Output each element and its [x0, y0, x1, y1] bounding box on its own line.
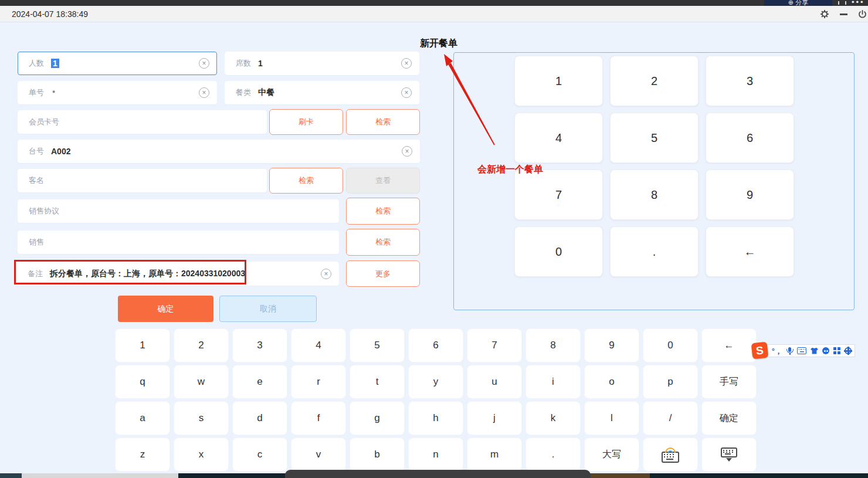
- key-u[interactable]: u: [467, 365, 522, 399]
- floating-keyboard-icon-key[interactable]: [643, 438, 698, 472]
- key-l[interactable]: l: [584, 401, 639, 435]
- taihao-field[interactable]: 台号 A002: [18, 140, 420, 163]
- key-y[interactable]: y: [408, 365, 463, 399]
- key-s[interactable]: s: [174, 401, 229, 435]
- keming-field[interactable]: 客名: [18, 169, 267, 192]
- huiyuan-field[interactable]: 会员卡号: [18, 110, 267, 134]
- key-j[interactable]: j: [467, 401, 522, 435]
- key-1[interactable]: 1: [115, 328, 170, 362]
- key-t[interactable]: t: [350, 365, 405, 399]
- key-←[interactable]: ←: [701, 328, 757, 362]
- key-o[interactable]: o: [584, 365, 639, 399]
- share-button[interactable]: ⊕ 分享: [764, 0, 832, 6]
- renshu-field[interactable]: 人数 1: [18, 52, 217, 75]
- virtual-keyboard-icon[interactable]: [797, 347, 806, 354]
- sales-search-button[interactable]: 检索: [346, 229, 420, 256]
- numpad-key-2[interactable]: 2: [610, 56, 699, 106]
- power-icon[interactable]: [858, 9, 867, 19]
- numpad-key-0[interactable]: 0: [514, 226, 603, 277]
- key-4[interactable]: 4: [291, 328, 346, 362]
- key-f[interactable]: f: [291, 401, 346, 435]
- canlei-field[interactable]: 餐类 中餐: [225, 81, 419, 104]
- minimize-icon[interactable]: [840, 13, 847, 15]
- numpad-key-9[interactable]: 9: [706, 169, 794, 220]
- toolbox-icon[interactable]: [822, 347, 829, 354]
- share-button-label: ⊕ 分享: [788, 0, 808, 6]
- hide-keyboard-icon: [721, 448, 737, 457]
- datetime-label: 2024-04-07 18:38:49: [12, 9, 88, 19]
- xiaoshou-field[interactable]: 销售: [18, 230, 339, 254]
- numpad-key-5[interactable]: 5: [610, 113, 699, 163]
- beizhu-field[interactable]: 备注 拆分餐单，原台号：上海，原单号：20240331020003: [16, 262, 339, 286]
- xishu-label: 席数: [236, 58, 251, 69]
- clear-icon[interactable]: [401, 58, 412, 69]
- key-b[interactable]: b: [350, 438, 405, 472]
- key-m[interactable]: m: [467, 438, 522, 472]
- agreement-search-button[interactable]: 检索: [346, 198, 420, 225]
- clear-icon[interactable]: [321, 269, 331, 279]
- confirm-button[interactable]: 确定: [118, 296, 213, 322]
- guest-view-button: 查看: [346, 168, 420, 194]
- key-0[interactable]: 0: [643, 328, 698, 362]
- clear-icon[interactable]: [199, 87, 209, 98]
- key-6[interactable]: 6: [408, 328, 463, 362]
- key-7[interactable]: 7: [467, 328, 522, 362]
- more-button[interactable]: 更多: [346, 260, 420, 287]
- numpad-key-4[interactable]: 4: [514, 113, 603, 163]
- required-mark: *: [52, 89, 55, 97]
- mic-icon[interactable]: [786, 347, 793, 354]
- key-e[interactable]: e: [232, 365, 287, 399]
- numpad-backspace-key[interactable]: ←: [706, 226, 794, 277]
- member-search-button[interactable]: 检索: [346, 109, 420, 135]
- skin-icon[interactable]: [811, 348, 818, 354]
- key-r[interactable]: r: [291, 365, 346, 399]
- clear-icon[interactable]: [199, 58, 209, 69]
- numpad-dot-key[interactable]: .: [610, 226, 699, 277]
- key-v[interactable]: v: [291, 438, 346, 472]
- key-p[interactable]: p: [643, 365, 698, 399]
- key-n[interactable]: n: [408, 438, 463, 472]
- clear-icon[interactable]: [401, 87, 412, 98]
- key-k[interactable]: k: [525, 401, 581, 435]
- key-a[interactable]: a: [115, 401, 170, 435]
- key-9[interactable]: 9: [584, 328, 639, 362]
- key-手写[interactable]: 手写: [701, 365, 757, 399]
- xieyi-field[interactable]: 销售协议: [18, 199, 339, 223]
- key-3[interactable]: 3: [232, 328, 287, 362]
- cancel-button[interactable]: 取消: [219, 296, 317, 322]
- hide-keyboard-icon-key[interactable]: [701, 438, 757, 472]
- punctuation-icon[interactable]: °，: [772, 347, 782, 355]
- key-i[interactable]: i: [525, 365, 581, 399]
- key-c[interactable]: c: [232, 438, 287, 472]
- key-确定[interactable]: 确定: [701, 401, 757, 435]
- key-x[interactable]: x: [174, 438, 229, 472]
- key-/[interactable]: /: [643, 401, 698, 435]
- key-d[interactable]: d: [232, 401, 287, 435]
- numpad-key-1[interactable]: 1: [514, 56, 603, 106]
- numpad-key-7[interactable]: 7: [514, 169, 603, 220]
- danhao-field[interactable]: 单号 *: [18, 81, 217, 104]
- bottom-handle-bar[interactable]: [285, 470, 591, 478]
- key-q[interactable]: q: [115, 365, 170, 399]
- settings-gear-icon[interactable]: [820, 9, 829, 19]
- key-8[interactable]: 8: [525, 328, 581, 362]
- clear-icon[interactable]: [402, 146, 412, 157]
- key-h[interactable]: h: [408, 401, 463, 435]
- xishu-field[interactable]: 席数 1: [225, 52, 419, 75]
- settings-icon[interactable]: [845, 347, 852, 354]
- guest-search-button[interactable]: 检索: [269, 168, 343, 194]
- key-5[interactable]: 5: [350, 328, 405, 362]
- key-w[interactable]: w: [174, 365, 229, 399]
- sogou-logo[interactable]: S: [751, 342, 769, 360]
- numpad-key-3[interactable]: 3: [706, 56, 794, 106]
- apps-grid-icon[interactable]: [833, 347, 840, 354]
- swipe-card-button[interactable]: 刷卡: [269, 109, 343, 135]
- key-z[interactable]: z: [115, 438, 170, 472]
- numpad-key-6[interactable]: 6: [706, 113, 794, 163]
- key-.[interactable]: .: [525, 438, 581, 472]
- xieyi-label: 销售协议: [29, 206, 59, 216]
- key-g[interactable]: g: [350, 401, 405, 435]
- numpad-key-8[interactable]: 8: [610, 169, 699, 220]
- key-2[interactable]: 2: [174, 328, 229, 362]
- key-大写[interactable]: 大写: [584, 438, 639, 472]
